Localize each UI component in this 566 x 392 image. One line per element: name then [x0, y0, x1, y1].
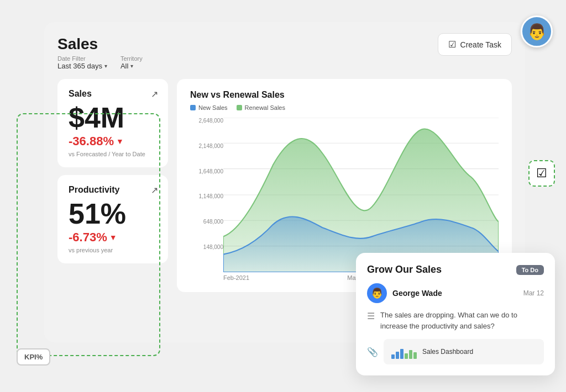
y-label-2: 2,148,000 [190, 143, 223, 149]
date-filter-value: Last 365 days [57, 62, 102, 70]
page-title: Sales [57, 35, 143, 53]
task-popup-header: Grow Our Sales To Do [367, 264, 544, 276]
down-triangle-icon: ▼ [109, 233, 117, 242]
task-date: Mar 12 [523, 289, 544, 297]
kpi-label: KPI% [17, 348, 50, 365]
svg-rect-6 [391, 354, 395, 359]
new-sales-color-dot [190, 105, 196, 110]
sales-value: $4M [69, 103, 157, 132]
svg-rect-7 [396, 352, 399, 359]
svg-rect-8 [400, 349, 403, 359]
renewal-sales-color-dot [237, 105, 242, 110]
y-label-3: 1,648,000 [190, 168, 223, 174]
y-label-5: 648,000 [190, 219, 223, 225]
sales-percent-value: -36.88% [69, 134, 114, 149]
chevron-down-icon: ▾ [130, 63, 133, 69]
task-user-avatar: 👨 [367, 283, 387, 303]
attachment-preview[interactable]: Sales Dashboard [384, 339, 544, 364]
legend-renewal-sales: Renewal Sales [237, 104, 285, 111]
legend-new-sales: New Sales [190, 104, 228, 111]
task-user-row: 👨 George Wade Mar 12 [367, 283, 544, 303]
productivity-percent-value: -6.73% [69, 230, 107, 245]
sales-sub: vs Forecasted / Year to Date [69, 151, 157, 157]
svg-rect-9 [405, 353, 408, 359]
kpi-column: Sales ↗ $4M -36.88% ▼ vs Forecasted / Ye… [57, 79, 168, 292]
chevron-down-icon: ▾ [104, 63, 107, 69]
productivity-percent: -6.73% ▼ [69, 230, 157, 245]
sales-card-title: Sales [69, 89, 157, 99]
task-popup: Grow Our Sales To Do 👨 George Wade Mar 1… [356, 253, 555, 375]
svg-rect-11 [413, 352, 417, 359]
message-lines-icon: ☰ [367, 311, 375, 331]
legend-new-sales-label: New Sales [198, 104, 228, 111]
task-message-text: The sales are dropping. What can we do t… [380, 310, 544, 331]
territory-filter-dropdown[interactable]: All ▾ [120, 62, 143, 70]
chart-title: New vs Renewal Sales [190, 90, 499, 100]
header-row: Sales Date Filter Last 365 days ▾ Territ… [57, 35, 512, 70]
date-filter-dropdown[interactable]: Last 365 days ▾ [57, 62, 107, 70]
productivity-value: 51% [69, 199, 157, 228]
task-message: ☰ The sales are dropping. What can we do… [367, 310, 544, 331]
y-label-4: 1,148,000 [190, 193, 223, 199]
clipboard-check-icon: ☑ [536, 166, 547, 181]
filters-row: Date Filter Last 365 days ▾ Territory Al… [57, 55, 143, 70]
task-user-left: 👨 George Wade [367, 283, 442, 303]
y-label-6: 148,000 [190, 244, 223, 250]
y-label-1: 2,648,000 [190, 118, 223, 124]
chart-legend: New Sales Renewal Sales [190, 104, 499, 111]
kpi-label-text: KPI% [24, 353, 43, 361]
territory-filter-value: All [120, 62, 128, 70]
task-icon-box[interactable]: ☑ [528, 160, 555, 187]
header-left: Sales Date Filter Last 365 days ▾ Territ… [57, 35, 143, 70]
productivity-kpi-card: Productivity ↗ 51% -6.73% ▼ vs previous … [57, 175, 168, 263]
attachment-mini-chart [390, 343, 418, 360]
task-user-name: George Wade [392, 289, 442, 298]
task-status-badge: To Do [516, 265, 544, 275]
checkbox-icon: ☑ [448, 39, 456, 50]
attachment-label: Sales Dashboard [422, 348, 473, 356]
y-axis-labels: 2,648,000 2,148,000 1,648,000 1,148,000 … [190, 118, 223, 261]
paperclip-icon: 📎 [367, 347, 378, 357]
svg-rect-10 [409, 350, 412, 359]
date-filter-group: Date Filter Last 365 days ▾ [57, 55, 107, 70]
create-task-label: Create Task [460, 40, 501, 49]
user-avatar: 👨 [521, 15, 553, 47]
date-filter-label: Date Filter [57, 55, 107, 62]
sales-kpi-card: Sales ↗ $4M -36.88% ▼ vs Forecasted / Ye… [57, 79, 168, 167]
task-popup-title: Grow Our Sales [367, 264, 442, 276]
territory-filter-label: Territory [120, 55, 143, 62]
x-label-feb: Feb-2021 [223, 274, 249, 281]
territory-filter-group: Territory All ▾ [120, 55, 143, 70]
productivity-sub: vs previous year [69, 247, 157, 253]
create-task-button[interactable]: ☑ Create Task [438, 33, 512, 56]
area-chart-svg [223, 118, 499, 272]
legend-renewal-sales-label: Renewal Sales [245, 104, 285, 111]
down-triangle-icon: ▼ [116, 137, 124, 146]
productivity-card-title: Productivity [69, 185, 157, 195]
avatar-face: 👨 [522, 17, 551, 46]
arrow-up-icon: ↗ [151, 185, 158, 195]
arrow-up-icon: ↗ [151, 89, 158, 99]
sales-percent: -36.88% ▼ [69, 134, 157, 149]
task-attachment: 📎 Sales Dashboard [367, 339, 544, 364]
task-user-avatar-face: 👨 [371, 287, 383, 299]
